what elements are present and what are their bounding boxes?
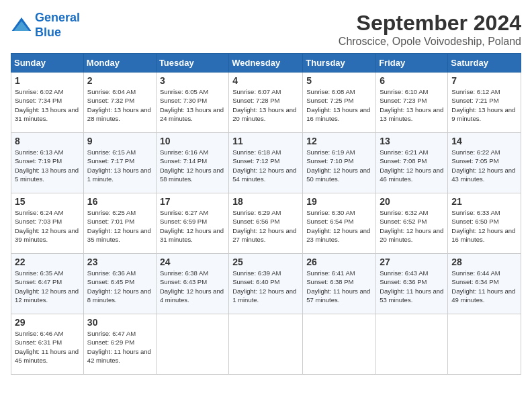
- table-row: 12 Sunrise: 6:19 AM Sunset: 7:10 PM Dayl…: [303, 133, 376, 193]
- table-row: 8 Sunrise: 6:13 AM Sunset: 7:19 PM Dayli…: [11, 133, 84, 193]
- day-info: Sunrise: 6:22 AM Sunset: 7:05 PM Dayligh…: [451, 148, 517, 183]
- table-row: 24 Sunrise: 6:38 AM Sunset: 6:43 PM Dayl…: [156, 254, 228, 314]
- header-friday: Friday: [376, 54, 448, 73]
- day-number: 14: [451, 136, 517, 146]
- day-info: Sunrise: 6:38 AM Sunset: 6:43 PM Dayligh…: [160, 269, 225, 304]
- day-number: 25: [232, 257, 299, 267]
- day-info: Sunrise: 6:19 AM Sunset: 7:10 PM Dayligh…: [306, 148, 372, 183]
- day-number: 19: [306, 196, 372, 207]
- table-row: 9 Sunrise: 6:15 AM Sunset: 7:17 PM Dayli…: [83, 133, 156, 193]
- header-wednesday: Wednesday: [229, 54, 303, 73]
- header-sunday: Sunday: [11, 54, 84, 73]
- table-row: 18 Sunrise: 6:29 AM Sunset: 6:56 PM Dayl…: [229, 193, 303, 254]
- day-info: Sunrise: 6:04 AM Sunset: 7:32 PM Dayligh…: [87, 87, 152, 123]
- day-info: Sunrise: 6:16 AM Sunset: 7:14 PM Dayligh…: [160, 148, 225, 183]
- calendar-row: 22 Sunrise: 6:35 AM Sunset: 6:47 PM Dayl…: [11, 254, 521, 314]
- day-number: 4: [232, 75, 299, 86]
- day-number: 30: [87, 317, 152, 328]
- table-row: 16 Sunrise: 6:25 AM Sunset: 7:01 PM Dayl…: [83, 193, 156, 254]
- day-info: Sunrise: 6:07 AM Sunset: 7:28 PM Dayligh…: [232, 87, 299, 123]
- day-info: Sunrise: 6:21 AM Sunset: 7:08 PM Dayligh…: [380, 148, 444, 183]
- day-info: Sunrise: 6:27 AM Sunset: 6:59 PM Dayligh…: [160, 208, 225, 244]
- day-info: Sunrise: 6:15 AM Sunset: 7:17 PM Dayligh…: [87, 148, 152, 183]
- day-number: 11: [232, 136, 299, 146]
- header-tuesday: Tuesday: [156, 54, 228, 73]
- day-number: 27: [380, 257, 444, 267]
- day-number: 24: [160, 257, 225, 267]
- table-row: 13 Sunrise: 6:21 AM Sunset: 7:08 PM Dayl…: [376, 133, 448, 193]
- day-number: 23: [87, 257, 152, 267]
- table-row: 26 Sunrise: 6:41 AM Sunset: 6:38 PM Dayl…: [303, 254, 376, 314]
- location-title: Chroscice, Opole Voivodeship, Poland: [339, 36, 521, 48]
- day-number: 3: [160, 75, 225, 86]
- day-info: Sunrise: 6:47 AM Sunset: 6:29 PM Dayligh…: [87, 329, 152, 365]
- table-row: 23 Sunrise: 6:36 AM Sunset: 6:45 PM Dayl…: [83, 254, 156, 314]
- table-row: 7 Sunrise: 6:12 AM Sunset: 7:21 PM Dayli…: [448, 73, 521, 133]
- day-number: 21: [451, 196, 517, 207]
- page-header: General Blue September 2024 Chroscice, O…: [11, 11, 521, 48]
- day-info: Sunrise: 6:43 AM Sunset: 6:36 PM Dayligh…: [380, 269, 444, 304]
- table-row: 22 Sunrise: 6:35 AM Sunset: 6:47 PM Dayl…: [11, 254, 84, 314]
- table-row: [448, 314, 521, 375]
- day-number: 15: [15, 196, 80, 207]
- table-row: [376, 314, 448, 375]
- calendar-row: 15 Sunrise: 6:24 AM Sunset: 7:03 PM Dayl…: [11, 193, 521, 254]
- day-number: 5: [306, 75, 372, 86]
- day-number: 13: [380, 136, 444, 146]
- day-number: 9: [87, 136, 152, 146]
- table-row: [156, 314, 228, 375]
- day-info: Sunrise: 6:41 AM Sunset: 6:38 PM Dayligh…: [306, 269, 372, 304]
- day-info: Sunrise: 6:35 AM Sunset: 6:47 PM Dayligh…: [15, 269, 80, 304]
- day-number: 17: [160, 196, 225, 207]
- day-info: Sunrise: 6:36 AM Sunset: 6:45 PM Dayligh…: [87, 269, 152, 304]
- day-number: 2: [87, 75, 152, 86]
- table-row: 2 Sunrise: 6:04 AM Sunset: 7:32 PM Dayli…: [83, 73, 156, 133]
- day-info: Sunrise: 6:32 AM Sunset: 6:52 PM Dayligh…: [380, 208, 444, 244]
- day-info: Sunrise: 6:08 AM Sunset: 7:25 PM Dayligh…: [306, 87, 372, 123]
- weekday-header-row: Sunday Monday Tuesday Wednesday Thursday…: [11, 54, 521, 73]
- day-info: Sunrise: 6:29 AM Sunset: 6:56 PM Dayligh…: [232, 208, 299, 244]
- calendar-row: 1 Sunrise: 6:02 AM Sunset: 7:34 PM Dayli…: [11, 73, 521, 133]
- day-number: 28: [451, 257, 517, 267]
- table-row: 29 Sunrise: 6:46 AM Sunset: 6:31 PM Dayl…: [11, 314, 84, 375]
- day-info: Sunrise: 6:18 AM Sunset: 7:12 PM Dayligh…: [232, 148, 299, 183]
- table-row: 19 Sunrise: 6:30 AM Sunset: 6:54 PM Dayl…: [303, 193, 376, 254]
- month-title: September 2024: [339, 11, 521, 36]
- day-number: 7: [451, 75, 517, 86]
- day-info: Sunrise: 6:12 AM Sunset: 7:21 PM Dayligh…: [451, 87, 517, 123]
- day-info: Sunrise: 6:13 AM Sunset: 7:19 PM Dayligh…: [15, 148, 80, 183]
- table-row: 30 Sunrise: 6:47 AM Sunset: 6:29 PM Dayl…: [83, 314, 156, 375]
- header-thursday: Thursday: [303, 54, 376, 73]
- day-info: Sunrise: 6:10 AM Sunset: 7:23 PM Dayligh…: [380, 87, 444, 123]
- day-number: 12: [306, 136, 372, 146]
- logo-line1: General: [35, 11, 80, 24]
- day-info: Sunrise: 6:39 AM Sunset: 6:40 PM Dayligh…: [232, 269, 299, 304]
- day-info: Sunrise: 6:02 AM Sunset: 7:34 PM Dayligh…: [15, 87, 80, 123]
- header-saturday: Saturday: [448, 54, 521, 73]
- logo: General Blue: [11, 11, 80, 40]
- day-number: 22: [15, 257, 80, 267]
- day-info: Sunrise: 6:30 AM Sunset: 6:54 PM Dayligh…: [306, 208, 372, 244]
- table-row: [303, 314, 376, 375]
- table-row: 5 Sunrise: 6:08 AM Sunset: 7:25 PM Dayli…: [303, 73, 376, 133]
- table-row: 1 Sunrise: 6:02 AM Sunset: 7:34 PM Dayli…: [11, 73, 84, 133]
- title-block: September 2024 Chroscice, Opole Voivodes…: [339, 11, 521, 48]
- calendar-row: 29 Sunrise: 6:46 AM Sunset: 6:31 PM Dayl…: [11, 314, 521, 375]
- day-info: Sunrise: 6:44 AM Sunset: 6:34 PM Dayligh…: [451, 269, 517, 304]
- day-number: 1: [15, 75, 80, 86]
- logo-text: General Blue: [35, 11, 80, 40]
- table-row: 28 Sunrise: 6:44 AM Sunset: 6:34 PM Dayl…: [448, 254, 521, 314]
- table-row: 3 Sunrise: 6:05 AM Sunset: 7:30 PM Dayli…: [156, 73, 228, 133]
- table-row: 15 Sunrise: 6:24 AM Sunset: 7:03 PM Dayl…: [11, 193, 84, 254]
- table-row: 14 Sunrise: 6:22 AM Sunset: 7:05 PM Dayl…: [448, 133, 521, 193]
- day-number: 8: [15, 136, 80, 146]
- day-number: 18: [232, 196, 299, 207]
- logo-line2: Blue: [35, 26, 80, 40]
- calendar-row: 8 Sunrise: 6:13 AM Sunset: 7:19 PM Dayli…: [11, 133, 521, 193]
- day-info: Sunrise: 6:05 AM Sunset: 7:30 PM Dayligh…: [160, 87, 225, 123]
- day-number: 10: [160, 136, 225, 146]
- day-number: 29: [15, 317, 80, 328]
- calendar-table: Sunday Monday Tuesday Wednesday Thursday…: [11, 53, 521, 375]
- table-row: 17 Sunrise: 6:27 AM Sunset: 6:59 PM Dayl…: [156, 193, 228, 254]
- table-row: 6 Sunrise: 6:10 AM Sunset: 7:23 PM Dayli…: [376, 73, 448, 133]
